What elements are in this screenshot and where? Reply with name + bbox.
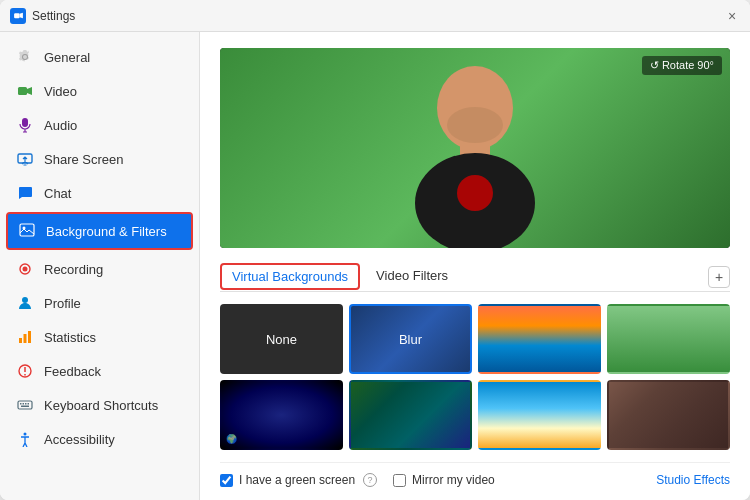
tab-video-filters[interactable]: Video Filters (364, 262, 460, 291)
sidebar-item-general[interactable]: General (0, 40, 199, 74)
svg-rect-5 (22, 118, 28, 127)
background-blur[interactable]: Blur (349, 304, 472, 374)
sidebar-item-chat[interactable]: Chat (0, 176, 199, 210)
person-preview (375, 53, 575, 248)
rotate-button[interactable]: ↺ Rotate 90° (642, 56, 722, 75)
bg-blur-label: Blur (399, 332, 422, 347)
svg-marker-4 (27, 87, 32, 95)
sidebar-item-share-screen[interactable]: Share Screen (0, 142, 199, 176)
mirror-checkbox[interactable] (393, 474, 406, 487)
sidebar-label-feedback: Feedback (44, 364, 101, 379)
svg-rect-18 (23, 403, 25, 405)
content-area: General Video Audio Share (0, 32, 750, 500)
mirror-label: Mirror my video (412, 473, 495, 487)
sidebar-label-share: Share Screen (44, 152, 124, 167)
sidebar: General Video Audio Share (0, 32, 200, 500)
sidebar-item-background-inner: Background & Filters (8, 214, 191, 248)
sidebar-label-chat: Chat (44, 186, 71, 201)
sidebar-item-audio[interactable]: Audio (0, 108, 199, 142)
share-screen-icon (16, 150, 34, 168)
svg-rect-7 (20, 224, 34, 236)
tab-virtual-backgrounds[interactable]: Virtual Backgrounds (220, 263, 360, 290)
bg-none-label: None (266, 332, 297, 347)
sidebar-label-background: Background & Filters (46, 224, 167, 239)
green-screen-option[interactable]: I have a green screen ? (220, 473, 377, 487)
titlebar: Settings × (0, 0, 750, 32)
statistics-icon (16, 328, 34, 346)
sidebar-item-accessibility[interactable]: Accessibility (0, 422, 199, 456)
sidebar-label-audio: Audio (44, 118, 77, 133)
tab-virtual-label: Virtual Backgrounds (232, 269, 348, 284)
svg-rect-13 (24, 334, 27, 343)
sidebar-item-keyboard[interactable]: Keyboard Shortcuts (0, 388, 199, 422)
chat-icon (16, 184, 34, 202)
svg-rect-17 (20, 403, 22, 405)
svg-rect-21 (21, 406, 29, 408)
background-golden-gate[interactable] (478, 304, 601, 374)
svg-rect-3 (18, 87, 27, 95)
sidebar-label-recording: Recording (44, 262, 103, 277)
add-background-button[interactable]: + (708, 266, 730, 288)
sidebar-item-recording[interactable]: Recording (0, 252, 199, 286)
zoom-logo-icon (13, 10, 24, 21)
studio-effects-link[interactable]: Studio Effects (656, 473, 730, 487)
video-preview: ↺ Rotate 90° (220, 48, 730, 248)
mirror-option[interactable]: Mirror my video (393, 473, 495, 487)
svg-point-27 (447, 107, 503, 143)
background-icon (18, 222, 36, 240)
backgrounds-grid: None Blur 🌍 (220, 304, 730, 450)
sidebar-label-profile: Profile (44, 296, 81, 311)
sidebar-item-background[interactable]: Background & Filters (6, 212, 193, 250)
sidebar-item-profile[interactable]: Profile (0, 286, 199, 320)
sidebar-item-feedback[interactable]: Feedback (0, 354, 199, 388)
main-content: ↺ Rotate 90° Virtual Backgrounds Video F… (200, 32, 750, 500)
green-screen-label: I have a green screen (239, 473, 355, 487)
svg-rect-2 (14, 13, 20, 18)
keyboard-icon (16, 396, 34, 414)
settings-window: Settings × General Video (0, 0, 750, 500)
tab-filters-label: Video Filters (376, 268, 448, 283)
svg-point-26 (457, 175, 493, 211)
video-icon (16, 82, 34, 100)
svg-rect-14 (28, 331, 31, 343)
gear-icon (16, 48, 34, 66)
sidebar-label-video: Video (44, 84, 77, 99)
person-svg (375, 53, 575, 248)
feedback-icon (16, 362, 34, 380)
profile-icon (16, 294, 34, 312)
background-space[interactable]: 🌍 (220, 380, 343, 450)
background-room[interactable] (607, 380, 730, 450)
svg-rect-19 (25, 403, 27, 405)
microphone-icon (16, 116, 34, 134)
svg-rect-20 (28, 403, 30, 405)
window-title: Settings (32, 9, 75, 23)
green-screen-checkbox[interactable] (220, 474, 233, 487)
sidebar-label-statistics: Statistics (44, 330, 96, 345)
sidebar-label-general: General (44, 50, 90, 65)
background-green-field[interactable] (607, 304, 730, 374)
svg-point-10 (23, 267, 28, 272)
background-none[interactable]: None (220, 304, 343, 374)
space-label: 🌍 (226, 434, 237, 444)
bottom-options: I have a green screen ? Mirror my video … (220, 462, 730, 487)
close-button[interactable]: × (724, 8, 740, 24)
sidebar-item-statistics[interactable]: Statistics (0, 320, 199, 354)
app-icon (10, 8, 26, 24)
titlebar-left: Settings (10, 8, 75, 24)
background-aurora[interactable] (349, 380, 472, 450)
background-beach[interactable] (478, 380, 601, 450)
sidebar-label-keyboard: Keyboard Shortcuts (44, 398, 158, 413)
green-screen-info-icon[interactable]: ? (363, 473, 377, 487)
accessibility-icon (16, 430, 34, 448)
svg-rect-12 (19, 338, 22, 343)
tabs-row: Virtual Backgrounds Video Filters + (220, 262, 730, 292)
sidebar-item-video[interactable]: Video (0, 74, 199, 108)
svg-point-11 (22, 297, 28, 303)
svg-rect-16 (18, 401, 32, 409)
svg-point-22 (24, 433, 27, 436)
recording-icon (16, 260, 34, 278)
sidebar-label-accessibility: Accessibility (44, 432, 115, 447)
